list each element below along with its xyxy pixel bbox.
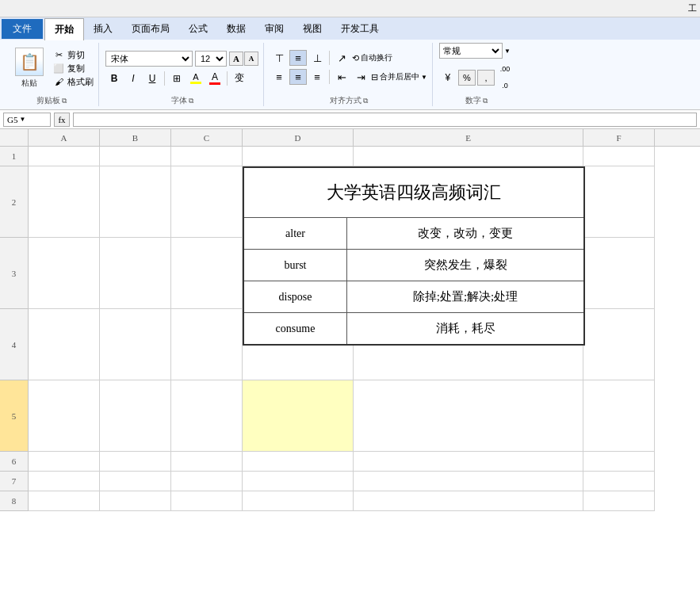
tab-formula[interactable]: 公式 [179, 17, 217, 40]
cell-a5[interactable] [29, 380, 100, 452]
align-center-button[interactable]: ≡ [289, 69, 307, 85]
cell-c7[interactable] [171, 472, 243, 491]
cell-b5[interactable] [100, 380, 171, 452]
cut-button[interactable]: ✂ 剪切 [52, 49, 94, 61]
cell-c6[interactable] [171, 452, 243, 472]
italic-button[interactable]: I [124, 71, 142, 86]
cell-c4[interactable] [171, 309, 243, 380]
font-color-button[interactable]: A [206, 71, 224, 86]
merge-center-button[interactable]: ⊟ 合并后居中 ▼ [371, 71, 427, 82]
col-header-f[interactable]: F [583, 129, 655, 146]
cell-b1[interactable] [100, 147, 171, 166]
increase-decimal-button[interactable]: .00 [496, 61, 514, 77]
cell-c8[interactable] [171, 491, 243, 511]
align-right-button[interactable]: ≡ [308, 69, 326, 85]
cell-b2[interactable] [100, 166, 171, 238]
tab-home[interactable]: 开始 [44, 18, 84, 40]
cell-f6[interactable] [583, 452, 655, 472]
tab-insert[interactable]: 插入 [84, 17, 122, 40]
cell-c3[interactable] [171, 238, 243, 309]
cell-f4[interactable] [583, 309, 655, 380]
row-header-8[interactable]: 8 [0, 491, 29, 511]
cell-e5[interactable] [354, 380, 583, 452]
cell-a1[interactable] [29, 147, 100, 166]
font-name-select[interactable]: 宋体 [105, 51, 193, 67]
col-header-b[interactable]: B [100, 129, 171, 146]
underline-button[interactable]: U [143, 71, 161, 86]
tab-file[interactable]: 文件 [2, 19, 43, 39]
bold-button[interactable]: B [105, 71, 123, 86]
formula-input[interactable] [73, 113, 697, 127]
col-header-d[interactable]: D [243, 129, 354, 146]
indent-less-button[interactable]: ⇤ [333, 69, 350, 85]
top-align-button[interactable]: ⊤ [270, 50, 288, 66]
cell-d8[interactable] [243, 491, 354, 511]
cell-d6[interactable] [243, 452, 354, 472]
row-header-2[interactable]: 2 [0, 166, 29, 238]
cell-f3[interactable] [583, 238, 655, 309]
percent-button[interactable]: % [458, 70, 476, 86]
cell-f8[interactable] [583, 491, 655, 511]
row-header-6[interactable]: 6 [0, 452, 29, 472]
col-header-e[interactable]: E [354, 129, 583, 146]
cell-e8[interactable] [354, 491, 583, 511]
cell-d7[interactable] [243, 472, 354, 491]
cell-a3[interactable] [29, 238, 100, 309]
cell-c5[interactable] [171, 380, 243, 452]
tab-data[interactable]: 数据 [217, 17, 255, 40]
paste-button[interactable]: 📋 粘贴 [10, 48, 49, 89]
row-header-4[interactable]: 4 [0, 309, 29, 380]
cell-b4[interactable] [100, 309, 171, 380]
tab-developer[interactable]: 开发工具 [331, 17, 388, 40]
format-painter-button[interactable]: 🖌 格式刷 [52, 76, 94, 88]
border-button[interactable]: ⊞ [168, 71, 186, 86]
cell-b7[interactable] [100, 472, 171, 491]
cell-b6[interactable] [100, 452, 171, 472]
row-header-1[interactable]: 1 [0, 147, 29, 166]
number-expand-icon[interactable]: ⧉ [483, 97, 488, 105]
wrap-text-button[interactable]: ⟲ 自动换行 [352, 52, 392, 63]
cell-a4[interactable] [29, 309, 100, 380]
align-expand-icon[interactable]: ⧉ [363, 97, 368, 105]
orientation-button[interactable]: ↗ [333, 50, 350, 66]
cell-b8[interactable] [100, 491, 171, 511]
row-header-7[interactable]: 7 [0, 472, 29, 491]
cell-a6[interactable] [29, 452, 100, 472]
cell-e7[interactable] [354, 472, 583, 491]
bottom-align-button[interactable]: ⊥ [308, 50, 326, 66]
cell-e1[interactable] [354, 147, 583, 166]
font-expand-icon[interactable]: ⧉ [189, 97, 193, 105]
decrease-font-button[interactable]: A [244, 52, 258, 66]
cell-d1[interactable] [243, 147, 354, 166]
row-header-3[interactable]: 3 [0, 238, 29, 309]
cell-f1[interactable] [583, 147, 655, 166]
font-size-select[interactable]: 12 [195, 51, 227, 67]
clipboard-expand-icon[interactable]: ⧉ [62, 97, 67, 105]
align-left-button[interactable]: ≡ [270, 69, 288, 85]
change-case-button[interactable]: 变 [231, 71, 248, 86]
middle-align-button[interactable]: ≡ [289, 50, 307, 66]
indent-more-button[interactable]: ⇥ [352, 69, 369, 85]
cell-e6[interactable] [354, 452, 583, 472]
tab-view[interactable]: 视图 [293, 17, 331, 40]
cell-a7[interactable] [29, 472, 100, 491]
row-header-5[interactable]: 5 [0, 380, 29, 452]
decrease-decimal-button[interactable]: .0 [496, 78, 514, 94]
col-header-a[interactable]: A [29, 129, 100, 146]
cell-f5[interactable] [583, 380, 655, 452]
col-header-c[interactable]: C [171, 129, 243, 146]
fx-button[interactable]: fx [54, 113, 70, 127]
comma-button[interactable]: , [477, 70, 495, 86]
fill-color-button[interactable]: A [187, 71, 205, 86]
cell-a2[interactable] [29, 166, 100, 238]
cell-f2[interactable] [583, 166, 655, 238]
copy-button[interactable]: ⬜ 复制 [52, 63, 94, 74]
cell-a8[interactable] [29, 491, 100, 511]
cell-d5[interactable] [243, 380, 354, 452]
cell-c1[interactable] [171, 147, 243, 166]
cell-c2[interactable] [171, 166, 243, 238]
cell-b3[interactable] [100, 238, 171, 309]
tab-page-layout[interactable]: 页面布局 [122, 17, 179, 40]
increase-font-button[interactable]: A [229, 52, 243, 66]
number-format-select[interactable]: 常规 [439, 43, 503, 59]
